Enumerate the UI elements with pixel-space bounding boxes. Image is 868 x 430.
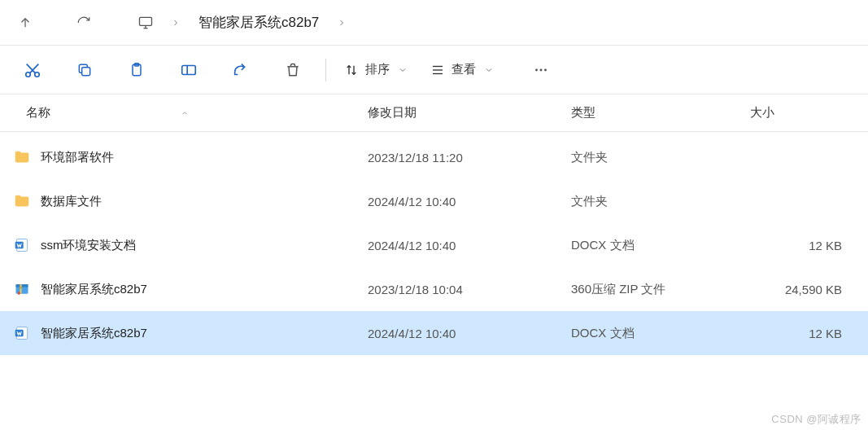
chevron-down-icon [398,65,408,75]
view-label: 查看 [451,62,476,77]
header-modified[interactable]: 修改日期 [368,105,571,121]
file-type: 360压缩 ZIP 文件 [571,282,750,297]
file-modified: 2024/4/12 10:40 [368,239,571,252]
folder-icon [13,148,31,166]
paste-button[interactable] [111,52,163,88]
view-icon [430,63,445,77]
toolbar-divider [325,59,326,81]
folder-icon [13,192,31,210]
svg-rect-13 [16,284,28,287]
toolbar: 排序 查看 [0,46,868,94]
view-button[interactable]: 查看 [419,52,505,88]
sort-indicator-icon [181,109,189,117]
sort-icon [344,63,359,77]
chevron-right-icon[interactable] [164,18,187,28]
svg-point-7 [535,68,538,71]
svg-point-2 [35,72,40,77]
file-name: ssm环境安装文档 [41,238,137,253]
header-size[interactable]: 大小 [750,105,858,121]
this-pc-icon[interactable] [132,9,159,37]
file-name: 环境部署软件 [41,150,114,165]
docx-icon [13,324,31,342]
sort-button[interactable]: 排序 [333,52,419,88]
file-modified: 2024/4/12 10:40 [368,195,571,208]
svg-rect-16 [18,292,20,294]
file-type: DOCX 文档 [571,238,750,253]
file-row[interactable]: ssm环境安装文档2024/4/12 10:40DOCX 文档12 KB [0,223,868,267]
file-size: 12 KB [750,239,858,252]
file-name: 数据库文件 [41,194,102,209]
svg-point-1 [26,72,31,77]
svg-rect-3 [82,67,90,75]
breadcrumb-current[interactable]: 智能家居系统c82b7 [192,10,325,35]
chevron-down-icon [484,65,494,75]
file-row[interactable]: 智能家居系统c82b72023/12/18 10:04360压缩 ZIP 文件2… [0,267,868,311]
svg-point-8 [540,68,543,71]
file-name: 智能家居系统c82b7 [41,282,147,297]
header-name-label: 名称 [26,105,50,121]
copy-button[interactable] [59,52,111,88]
docx-icon [13,236,31,254]
svg-rect-6 [182,65,196,74]
share-button[interactable] [215,52,267,88]
file-row[interactable]: 环境部署软件2023/12/18 11:20文件夹 [0,135,868,179]
file-size: 12 KB [750,327,858,340]
column-headers: 名称 修改日期 类型 大小 [0,94,868,132]
svg-rect-15 [20,287,22,289]
refresh-button[interactable] [65,7,103,39]
file-type: 文件夹 [571,150,750,165]
chevron-right-icon[interactable] [330,18,353,28]
header-type[interactable]: 类型 [571,105,750,121]
header-name[interactable]: 名称 [10,105,368,121]
file-list: 环境部署软件2023/12/18 11:20文件夹 数据库文件2024/4/12… [0,132,868,362]
file-type: 文件夹 [571,194,750,209]
svg-rect-0 [140,17,152,25]
breadcrumb[interactable]: 智能家居系统c82b7 [127,7,358,39]
file-modified: 2023/12/18 11:20 [368,151,571,165]
cut-button[interactable] [7,52,59,88]
svg-point-9 [544,68,547,71]
file-type: DOCX 文档 [571,326,750,341]
rename-button[interactable] [163,52,215,88]
svg-rect-14 [20,284,22,294]
address-bar: 智能家居系统c82b7 [0,0,868,46]
delete-button[interactable] [267,52,319,88]
file-modified: 2023/12/18 10:04 [368,283,571,296]
zip-icon [13,280,31,298]
file-row[interactable]: 数据库文件2024/4/12 10:40文件夹 [0,179,868,223]
file-size: 24,590 KB [750,283,858,296]
file-name: 智能家居系统c82b7 [41,326,147,341]
file-row[interactable]: 智能家居系统c82b72024/4/12 10:40DOCX 文档12 KB [0,311,868,355]
more-button[interactable] [515,52,567,88]
file-modified: 2024/4/12 10:40 [368,327,571,340]
up-button[interactable] [7,7,44,39]
sort-label: 排序 [365,62,390,77]
